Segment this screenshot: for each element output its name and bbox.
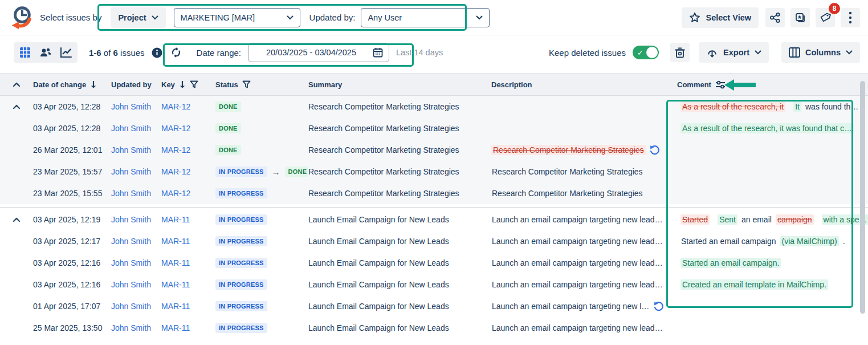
summary-cell: Research Competitor Marketing Strategies <box>308 102 491 111</box>
date-range-input[interactable]: 20/03/2025 - 03/04/2025 <box>248 43 389 62</box>
project-select[interactable]: MARKETING [MAR] <box>174 8 300 27</box>
table-view-button[interactable] <box>15 44 35 61</box>
refresh-icon[interactable] <box>170 47 182 58</box>
undo-icon[interactable] <box>649 145 660 156</box>
date-range-hint: Last 14 days <box>396 48 443 57</box>
filter-icon[interactable] <box>242 80 251 88</box>
updated-by-link[interactable]: John Smith <box>111 323 151 332</box>
collapse-all-icon[interactable] <box>13 82 21 87</box>
key-cell: MAR-12 <box>161 102 215 111</box>
updated-by-link[interactable]: John Smith <box>111 124 151 133</box>
key-link[interactable]: MAR-11 <box>161 215 190 224</box>
date-cell: 03 Apr 2025, 12:17 <box>33 237 111 246</box>
key-link[interactable]: MAR-12 <box>161 189 190 198</box>
status-cell: IN PROGRESS <box>215 258 308 268</box>
table-row: 25 Mar 2025, 13:50John SmithMAR-11IN PRO… <box>0 317 868 339</box>
col-date-of-change: Date of change <box>33 80 86 89</box>
comment-cell: Created an email template in MailChimp. <box>673 279 868 290</box>
comment-segment <box>713 219 714 220</box>
key-link[interactable]: MAR-11 <box>161 258 190 267</box>
status-badge: DONE <box>215 102 241 112</box>
more-options-button[interactable] <box>841 8 860 27</box>
updated-by-link[interactable]: John Smith <box>111 167 151 176</box>
chart-icon <box>60 47 72 58</box>
updated-by-cell: John Smith <box>111 189 161 198</box>
saved-views-button[interactable] <box>790 8 810 27</box>
expander-cell <box>0 104 33 109</box>
key-link[interactable]: MAR-11 <box>161 237 190 246</box>
key-cell: MAR-12 <box>161 167 215 176</box>
sliders-icon[interactable] <box>715 80 726 89</box>
updated-by-cell: John Smith <box>111 280 161 289</box>
table-row: 03 Apr 2025, 12:16John SmithMAR-11IN PRO… <box>0 274 868 295</box>
chevron-down-icon <box>152 15 158 20</box>
status-cell: DONE <box>215 145 308 155</box>
date-cell: 03 Apr 2025, 12:28 <box>33 124 111 133</box>
vertical-scrollbar[interactable] <box>860 81 865 314</box>
key-link[interactable]: MAR-12 <box>161 145 190 155</box>
keep-deleted-toggle[interactable]: ✓ <box>633 46 659 59</box>
updated-by-cell: John Smith <box>111 215 161 224</box>
summary-cell: Launch Email Campaign for New Leads <box>308 237 491 246</box>
columns-button[interactable]: Columns <box>781 42 860 63</box>
key-cell: MAR-11 <box>161 323 215 332</box>
key-link[interactable]: MAR-12 <box>161 167 190 176</box>
updated-by-link[interactable]: John Smith <box>111 280 151 289</box>
key-link[interactable]: MAR-12 <box>161 124 190 133</box>
updated-by-link[interactable]: John Smith <box>111 302 151 311</box>
description-text: Research Competitor Marketing Strategies <box>491 167 643 177</box>
status-cell: IN PROGRESS <box>215 279 308 290</box>
date-cell: 23 Mar 2025, 15:57 <box>33 167 111 176</box>
issue-group-MAR-11: 03 Apr 2025, 12:19John SmithMAR-11IN PRO… <box>0 207 868 339</box>
collapse-group-icon[interactable] <box>13 217 21 222</box>
description-cell: Launch an email campaign targeting new l… <box>491 236 673 246</box>
summary-cell: Launch Email Campaign for New Leads <box>308 323 491 332</box>
select-issues-by-label: Select issues by <box>40 13 101 22</box>
filter-icon[interactable] <box>190 80 198 88</box>
sort-desc-icon[interactable] <box>90 80 97 88</box>
status-cell: DONE <box>215 102 308 112</box>
export-button[interactable]: Export <box>699 42 769 63</box>
summary-cell: Launch Email Campaign for New Leads <box>308 302 491 311</box>
col-key: Key <box>161 80 175 89</box>
key-cell: MAR-11 <box>161 215 215 224</box>
undo-icon[interactable] <box>653 301 664 312</box>
share-button[interactable] <box>765 8 785 27</box>
key-link[interactable]: MAR-12 <box>161 102 190 111</box>
people-view-button[interactable] <box>36 44 55 61</box>
updated-by-link[interactable]: John Smith <box>111 237 151 246</box>
chevron-down-icon <box>846 50 853 55</box>
updated-by-cell: John Smith <box>111 124 161 133</box>
key-link[interactable]: MAR-11 <box>161 302 190 311</box>
select-view-button[interactable]: Select View <box>682 7 759 28</box>
chart-view-button[interactable] <box>56 44 76 61</box>
sort-desc-icon[interactable] <box>179 80 186 88</box>
comment-segment: . <box>842 236 846 246</box>
key-link[interactable]: MAR-11 <box>161 280 190 289</box>
key-cell: MAR-12 <box>161 124 215 133</box>
chevron-down-icon <box>755 50 761 55</box>
updated-by-link[interactable]: John Smith <box>111 189 151 198</box>
comment-cell: Started an email campaign. <box>673 258 868 268</box>
updated-by-link[interactable]: John Smith <box>111 215 151 224</box>
table-header: Date of change Updated by Key Status Sum… <box>0 73 868 96</box>
info-icon[interactable] <box>152 47 162 58</box>
collapse-group-icon[interactable] <box>13 104 21 109</box>
updated-by-link[interactable]: John Smith <box>111 145 151 155</box>
col-updated-by: Updated by <box>111 80 152 89</box>
description-text: Launch an email campaign targeting new l… <box>491 301 650 311</box>
status-cell: IN PROGRESS <box>215 188 308 198</box>
project-dropdown-button[interactable]: Project <box>111 7 165 28</box>
table-row: 03 Apr 2025, 12:17John SmithMAR-11IN PRO… <box>0 230 868 252</box>
delete-button[interactable] <box>670 43 690 62</box>
updated-by-link[interactable]: John Smith <box>111 258 151 267</box>
updated-by-select[interactable]: Any User <box>361 8 490 27</box>
summary-cell: Research Competitor Marketing Strategies <box>308 124 491 133</box>
tags-button[interactable]: 8 <box>816 8 835 27</box>
description-text: Launch an email campaign targeting new l… <box>491 323 663 333</box>
description-cell: Research Competitor Marketing Strategies <box>491 145 673 156</box>
comment-segment: Started an email campaign <box>680 236 777 246</box>
key-link[interactable]: MAR-11 <box>161 323 190 332</box>
status-badge: IN PROGRESS <box>215 236 267 246</box>
updated-by-link[interactable]: John Smith <box>111 102 151 111</box>
